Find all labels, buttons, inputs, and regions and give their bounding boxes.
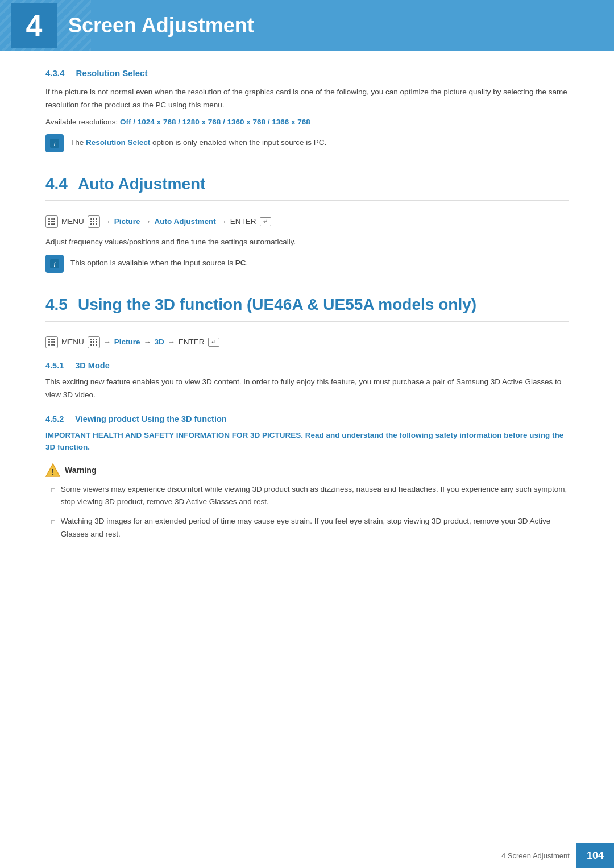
- warning-list: Some viewers may experience discomfort w…: [45, 483, 569, 541]
- footer-label: 4 Screen Adjustment: [501, 852, 570, 860]
- grid-icon-45: [88, 336, 100, 348]
- enter-icon-44: ↵: [260, 217, 271, 226]
- svg-text:i: i: [53, 139, 56, 148]
- menu-icon-45: [45, 336, 58, 348]
- safety-warning-text: IMPORTANT HEALTH AND SAFETY INFORMATION …: [45, 429, 569, 454]
- chapter-number: 4: [11, 3, 57, 48]
- menu-path-45: MENU → Picture → 3D → ENTER ↵: [45, 336, 569, 348]
- section-45-header: 4.5 Using the 3D function (UE46A & UE55A…: [45, 296, 569, 314]
- section-44-header: 4.4 Auto Adjustment: [45, 175, 569, 193]
- section-44-num: 4.4: [45, 175, 68, 193]
- menu-icon-44: [45, 215, 58, 228]
- section-45: 4.5 Using the 3D function (UE46A & UE55A…: [45, 296, 569, 322]
- note-icon: i: [45, 134, 64, 152]
- grid-icon-44: [88, 215, 100, 228]
- note-text-44: This option is available when the input …: [70, 255, 248, 269]
- section-44: 4.4 Auto Adjustment: [45, 175, 569, 201]
- section-44-body: Adjust frequency values/positions and fi…: [45, 236, 569, 249]
- section-44-title: Auto Adjustment: [78, 175, 206, 193]
- section-434-num: 4.3.4: [45, 68, 64, 78]
- warning-header: ! Warning: [45, 463, 569, 477]
- section-451-body: This exciting new feature enables you to…: [45, 376, 569, 402]
- warning-box: ! Warning Some viewers may experience di…: [45, 463, 569, 541]
- note-box-434: i The Resolution Select option is only e…: [45, 134, 569, 152]
- svg-text:i: i: [53, 260, 56, 268]
- warning-item-2: Watching 3D images for an extended perio…: [51, 515, 569, 541]
- enter-icon-45: ↵: [208, 338, 219, 347]
- note-box-44: i This option is available when the inpu…: [45, 255, 569, 273]
- chapter-title: Screen Adjustment: [68, 14, 254, 38]
- svg-text:!: !: [52, 467, 55, 476]
- note-icon-44: i: [45, 255, 64, 273]
- warning-triangle-icon: !: [45, 463, 60, 477]
- section-434-heading: 4.3.4 Resolution Select: [45, 68, 569, 78]
- note-highlight: Resolution Select: [86, 138, 150, 147]
- section-434: 4.3.4 Resolution Select If the picture i…: [45, 68, 569, 152]
- section-451-heading: 4.5.1 3D Mode: [45, 361, 569, 370]
- menu-path-44: MENU → Picture → Auto Adjustment → ENTER…: [45, 215, 569, 228]
- section-434-label: Resolution Select: [76, 68, 148, 78]
- section-45-num: 4.5: [45, 296, 68, 314]
- page-number: 104: [576, 843, 614, 868]
- section-452-heading: 4.5.2 Viewing product Using the 3D funct…: [45, 414, 569, 423]
- main-content: 4.3.4 Resolution Select If the picture i…: [0, 51, 614, 593]
- note-text-434: The Resolution Select option is only ena…: [70, 134, 326, 149]
- warning-label: Warning: [65, 466, 96, 475]
- available-resolutions: Available resolutions: Off / 1024 x 768 …: [45, 118, 569, 126]
- menu-label-45: MENU: [61, 338, 84, 346]
- warning-item-1: Some viewers may experience discomfort w…: [51, 483, 569, 509]
- menu-label-44: MENU: [61, 217, 84, 226]
- page-footer: 4 Screen Adjustment 104: [0, 843, 614, 868]
- section-45-title: Using the 3D function (UE46A & UE55A mod…: [78, 296, 476, 314]
- header-banner: 4 Screen Adjustment: [0, 0, 614, 51]
- section-434-body1: If the picture is not normal even when t…: [45, 86, 569, 112]
